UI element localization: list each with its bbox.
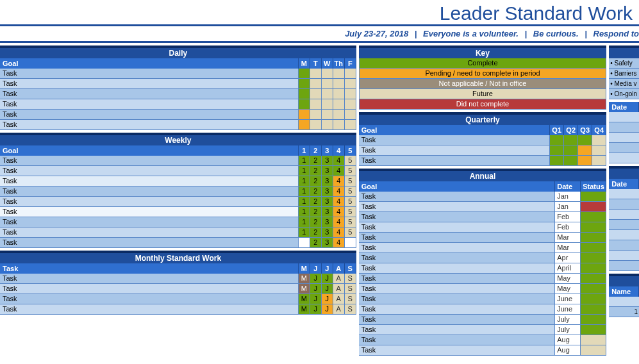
weekly-cell[interactable]: 1 [299,176,310,186]
daily-cell[interactable] [299,99,310,110]
monthly-task-label[interactable]: Task [0,304,299,315]
side-row[interactable] [609,210,639,220]
weekly-task-label[interactable]: Task [0,197,299,207]
annual-status-cell[interactable] [581,192,606,202]
side-row[interactable] [609,251,639,261]
weekly-task-label[interactable]: Task [0,217,299,228]
weekly-cell[interactable]: 2 [310,186,322,197]
daily-task-label[interactable]: Task [0,99,299,110]
monthly-cell[interactable]: A [333,284,345,294]
annual-date-cell[interactable]: Aug [555,335,581,345]
annual-date-cell[interactable]: Mar [555,233,581,243]
monthly-task-label[interactable]: Task [0,274,299,284]
daily-cell[interactable] [299,79,310,89]
annual-task-label[interactable]: Task [359,222,555,233]
side-row[interactable] [609,189,639,199]
weekly-task-label[interactable]: Task [0,238,299,248]
daily-cell[interactable] [345,79,356,89]
monthly-cell[interactable]: M [299,274,310,284]
daily-cell[interactable] [345,110,356,120]
weekly-cell[interactable]: 2 [310,197,322,207]
daily-cell[interactable] [333,89,345,99]
monthly-cell[interactable]: S [345,294,356,304]
weekly-cell[interactable]: 3 [322,166,333,176]
annual-task-label[interactable]: Task [359,263,555,274]
monthly-cell[interactable]: J [322,274,333,284]
weekly-cell[interactable]: 5 [345,228,356,238]
quarterly-task-label[interactable]: Task [359,135,550,145]
monthly-cell[interactable]: M [299,294,310,304]
daily-cell[interactable] [333,79,345,89]
monthly-task-label[interactable]: Task [0,284,299,294]
monthly-cell[interactable]: J [322,294,333,304]
weekly-cell[interactable]: 4 [333,238,345,248]
weekly-cell[interactable]: 3 [322,238,333,248]
monthly-cell[interactable]: S [345,284,356,294]
annual-date-cell[interactable]: May [555,274,581,284]
annual-date-cell[interactable]: Jan [555,192,581,202]
quarterly-cell[interactable] [550,135,564,145]
daily-cell[interactable] [333,120,345,130]
daily-cell[interactable] [333,110,345,120]
daily-cell[interactable] [299,69,310,79]
daily-cell[interactable] [310,110,322,120]
annual-date-cell[interactable]: Apr [555,253,581,263]
quarterly-cell[interactable] [592,135,606,145]
daily-cell[interactable] [345,120,356,130]
annual-task-label[interactable]: Task [359,294,555,304]
weekly-cell[interactable]: 1 [299,197,310,207]
quarterly-cell[interactable] [564,135,578,145]
annual-task-label[interactable]: Task [359,335,555,345]
weekly-cell[interactable]: 2 [310,207,322,217]
annual-task-label[interactable]: Task [359,315,555,325]
monthly-cell[interactable]: A [333,294,345,304]
weekly-cell[interactable]: 1 [299,166,310,176]
weekly-cell[interactable]: 3 [322,176,333,186]
daily-cell[interactable] [322,69,333,79]
weekly-cell[interactable]: 3 [322,207,333,217]
annual-task-label[interactable]: Task [359,274,555,284]
daily-task-label[interactable]: Task [0,69,299,79]
weekly-cell[interactable]: 1 [299,228,310,238]
side-row[interactable] [609,112,639,122]
weekly-cell[interactable]: 4 [333,197,345,207]
annual-date-cell[interactable]: June [555,294,581,304]
monthly-cell[interactable]: S [345,304,356,315]
weekly-task-label[interactable]: Task [0,207,299,217]
weekly-cell[interactable]: 3 [322,156,333,166]
annual-task-label[interactable]: Task [359,202,555,212]
weekly-cell[interactable]: 5 [345,217,356,228]
annual-status-cell[interactable] [581,222,606,233]
quarterly-cell[interactable] [550,156,564,166]
monthly-cell[interactable]: M [299,284,310,294]
daily-cell[interactable] [299,89,310,99]
side-row[interactable] [609,122,639,133]
weekly-cell[interactable]: 3 [322,186,333,197]
weekly-cell[interactable] [299,238,310,248]
annual-status-cell[interactable] [581,243,606,253]
weekly-cell[interactable]: 1 [299,207,310,217]
monthly-cell[interactable]: J [310,304,322,315]
daily-cell[interactable] [299,110,310,120]
side-row[interactable] [609,199,639,210]
annual-status-cell[interactable] [581,284,606,294]
side-row[interactable] [609,133,639,143]
weekly-cell[interactable]: 4 [333,186,345,197]
weekly-cell[interactable]: 4 [333,166,345,176]
daily-cell[interactable] [310,99,322,110]
daily-cell[interactable] [333,99,345,110]
quarterly-cell[interactable] [592,156,606,166]
annual-date-cell[interactable]: Feb [555,212,581,222]
annual-date-cell[interactable]: Jan [555,202,581,212]
side-row[interactable] [609,143,639,153]
weekly-cell[interactable]: 2 [310,238,322,248]
weekly-cell[interactable]: 4 [333,217,345,228]
annual-task-label[interactable]: Task [359,233,555,243]
daily-cell[interactable] [333,69,345,79]
monthly-cell[interactable]: J [310,294,322,304]
annual-status-cell[interactable] [581,345,606,356]
weekly-task-label[interactable]: Task [0,166,299,176]
quarterly-cell[interactable] [578,145,592,156]
weekly-cell[interactable]: 5 [345,176,356,186]
annual-task-label[interactable]: Task [359,192,555,202]
